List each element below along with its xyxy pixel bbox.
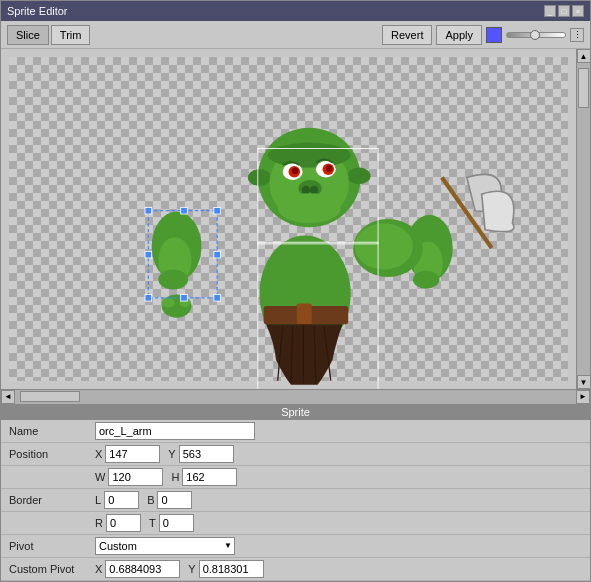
toolbar-right: Revert Apply ⋮	[382, 25, 584, 45]
scroll-track-vertical[interactable]	[577, 63, 591, 375]
name-fields	[91, 420, 590, 442]
wh-spacer	[1, 474, 91, 480]
t-input[interactable]	[159, 514, 194, 532]
border-fields: L B	[91, 489, 590, 511]
canvas-and-scrollbar: ▲ ▼	[1, 49, 590, 389]
orc-axe	[442, 174, 514, 248]
name-input[interactable]	[95, 422, 255, 440]
scroll-left-button[interactable]: ◄	[1, 390, 15, 404]
svg-point-15	[278, 193, 341, 223]
apply-button[interactable]: Apply	[436, 25, 482, 45]
x-label: X	[95, 448, 102, 460]
pivot-row: Pivot Center TopLeft Top TopRight Left R…	[1, 535, 590, 558]
cy-label: Y	[188, 563, 195, 575]
cx-label: X	[95, 563, 102, 575]
svg-point-1	[248, 169, 271, 186]
orc-head	[248, 128, 371, 228]
canvas-wrapper: ▲ ▼ ◄ ► Sprite Name	[1, 49, 590, 581]
wh-fields: W H	[91, 466, 590, 488]
window-title: Sprite Editor	[7, 5, 68, 17]
vertical-scrollbar: ▲ ▼	[576, 49, 590, 389]
svg-point-2	[347, 168, 370, 185]
position-row: Position X Y	[1, 443, 590, 466]
handle-mr[interactable]	[214, 251, 221, 258]
custom-pivot-label: Custom Pivot	[1, 560, 91, 578]
main-area: ▲ ▼ ◄ ► Sprite Name	[1, 49, 590, 581]
scroll-down-button[interactable]: ▼	[577, 375, 591, 389]
h-label: H	[171, 471, 179, 483]
properties-panel: Sprite Name Position X Y	[1, 403, 590, 581]
orc-body	[259, 236, 350, 385]
handle-tr[interactable]	[214, 207, 221, 214]
svg-point-4	[268, 143, 351, 168]
cy-input[interactable]	[199, 560, 264, 578]
zoom-slider[interactable]	[506, 32, 566, 38]
l-input[interactable]	[104, 491, 139, 509]
handle-br[interactable]	[214, 294, 221, 301]
slice-button[interactable]: Slice	[7, 25, 49, 45]
canvas-inner	[1, 49, 576, 389]
sprite-canvas-svg	[1, 49, 576, 389]
svg-point-7	[292, 168, 299, 175]
r-input[interactable]	[106, 514, 141, 532]
pivot-fields: Center TopLeft Top TopRight Left Right B…	[91, 535, 590, 557]
w-label: W	[95, 471, 105, 483]
position-label: Position	[1, 445, 91, 463]
r-label: R	[95, 517, 103, 529]
horizontal-scrollbar: ◄ ►	[1, 389, 590, 403]
scroll-up-button[interactable]: ▲	[577, 49, 591, 63]
scroll-thumb-horizontal[interactable]	[20, 391, 80, 402]
revert-button[interactable]: Revert	[382, 25, 432, 45]
y-label: Y	[168, 448, 175, 460]
svg-rect-18	[297, 304, 312, 327]
handle-bl[interactable]	[145, 294, 152, 301]
svg-point-13	[310, 186, 318, 194]
trim-button[interactable]: Trim	[51, 25, 91, 45]
border-row: Border L B	[1, 489, 590, 512]
wh-row: W H	[1, 466, 590, 489]
zoom-slider-thumb	[530, 30, 540, 40]
minimize-button[interactable]: _	[544, 5, 556, 17]
pivot-select[interactable]: Center TopLeft Top TopRight Left Right B…	[95, 537, 235, 555]
handle-bm[interactable]	[181, 294, 188, 301]
pivot-select-wrapper: Center TopLeft Top TopRight Left Right B…	[95, 537, 235, 555]
name-label: Name	[1, 422, 91, 440]
svg-point-31	[162, 298, 175, 308]
rt-row: R T	[1, 512, 590, 535]
custom-pivot-row: Custom Pivot X Y	[1, 558, 590, 581]
close-button[interactable]: ×	[572, 5, 584, 17]
border-label: Border	[1, 491, 91, 509]
color-swatch[interactable]	[486, 27, 502, 43]
pivot-label: Pivot	[1, 537, 91, 555]
title-bar-buttons: _ □ ×	[544, 5, 584, 17]
dots-button[interactable]: ⋮	[570, 28, 584, 42]
orc-blob-right	[353, 219, 423, 277]
svg-point-10	[326, 165, 333, 172]
x-input[interactable]	[105, 445, 160, 463]
scroll-thumb-vertical[interactable]	[578, 68, 589, 108]
handle-tm[interactable]	[181, 207, 188, 214]
scroll-right-button[interactable]: ►	[576, 390, 590, 404]
l-label: L	[95, 494, 101, 506]
toolbar: Slice Trim Revert Apply ⋮	[1, 21, 590, 49]
cx-input[interactable]	[105, 560, 180, 578]
name-row: Name	[1, 420, 590, 443]
svg-point-12	[302, 186, 310, 194]
t-label: T	[149, 517, 156, 529]
sprite-editor-window: Sprite Editor _ □ × Slice Trim Revert Ap…	[0, 0, 591, 582]
svg-point-29	[413, 270, 440, 288]
toolbar-left: Slice Trim	[7, 25, 90, 45]
properties-header: Sprite	[1, 404, 590, 420]
handle-tl[interactable]	[145, 207, 152, 214]
w-input[interactable]	[108, 468, 163, 486]
b-label: B	[147, 494, 154, 506]
rt-fields: R T	[91, 512, 590, 534]
maximize-button[interactable]: □	[558, 5, 570, 17]
b-input[interactable]	[157, 491, 192, 509]
title-bar: Sprite Editor _ □ ×	[1, 1, 590, 21]
y-input[interactable]	[179, 445, 234, 463]
h-input[interactable]	[182, 468, 237, 486]
handle-ml[interactable]	[145, 251, 152, 258]
custom-pivot-fields: X Y	[91, 558, 590, 580]
scroll-track-horizontal[interactable]	[15, 390, 576, 404]
